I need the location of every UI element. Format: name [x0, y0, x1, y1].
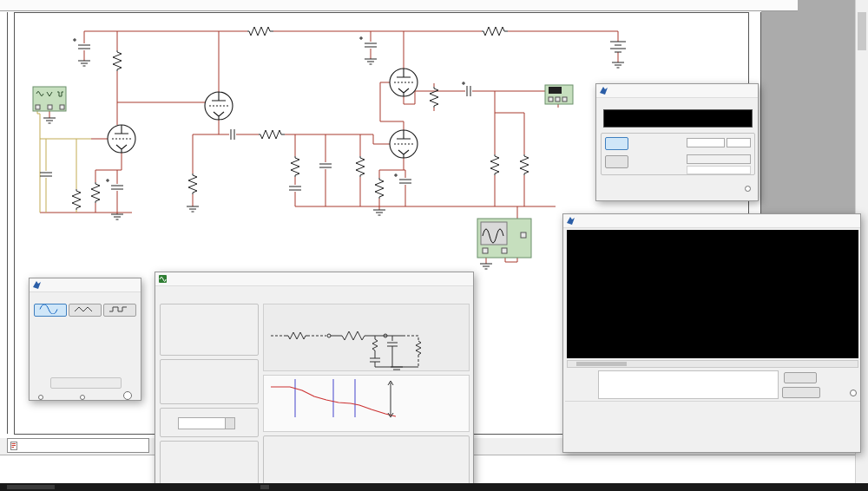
resistor-R7 — [247, 27, 273, 36]
riaa-titlebar[interactable] — [155, 272, 473, 286]
scroll-thumb[interactable] — [858, 12, 866, 50]
resistor-R2 — [482, 27, 508, 36]
resistor-R1 — [490, 154, 499, 175]
common-terminal[interactable] — [80, 395, 85, 400]
riaa-circuit-diagram — [263, 304, 470, 371]
minus-terminal[interactable] — [123, 391, 132, 400]
cursor-readout-panel — [598, 370, 779, 399]
ground-symbol — [78, 61, 90, 66]
riaa-calculator-window[interactable] — [155, 272, 474, 491]
resolution-dropdown[interactable] — [687, 154, 751, 164]
multisim-icon — [567, 217, 575, 225]
ground-symbol — [480, 264, 492, 269]
oscilloscope-window[interactable] — [562, 213, 861, 453]
triangle-wave-button[interactable] — [69, 304, 102, 317]
resistor-R12 — [430, 87, 438, 108]
tube-U4 — [108, 125, 135, 153]
scope-screen — [567, 230, 858, 358]
plus-terminal[interactable] — [38, 395, 43, 400]
resistor-LOAD — [520, 154, 529, 175]
chevron-down-icon[interactable] — [225, 418, 234, 429]
resistor-R13 — [356, 156, 365, 177]
edge-button[interactable] — [50, 377, 122, 389]
scroll-thumb[interactable] — [576, 362, 627, 366]
external-radio[interactable] — [850, 390, 857, 396]
ground-symbol — [373, 210, 385, 215]
oscilloscope-symbol[interactable] — [477, 219, 531, 258]
taskbar-segment — [7, 485, 55, 489]
taskbar-segment — [260, 485, 269, 489]
save-button[interactable] — [782, 387, 820, 398]
multisim-workspace: { "icons": {"close":"✕","minimize":"–","… — [0, 0, 868, 491]
triangle-icon — [74, 304, 96, 314]
thd-meter-window[interactable] — [595, 83, 759, 201]
resistor-value-combo[interactable] — [178, 417, 235, 429]
ground-symbol — [612, 62, 624, 68]
scope-hscrollbar[interactable] — [567, 360, 858, 368]
ground-symbol — [111, 214, 123, 219]
resistor-R6 — [259, 130, 285, 139]
resistor-R9 — [91, 182, 100, 203]
sine-icon — [39, 304, 62, 314]
distortion-analyzer-symbol[interactable] — [545, 85, 573, 104]
divider — [565, 401, 860, 402]
multisim-icon — [33, 281, 41, 289]
square-icon — [108, 304, 131, 314]
riaa-response-graph — [263, 375, 470, 432]
tube-U2 — [205, 92, 233, 120]
square-wave-button[interactable] — [103, 304, 136, 317]
resistor-R15 — [291, 156, 299, 177]
start-button[interactable] — [605, 137, 628, 150]
riaa-app-icon — [159, 275, 167, 283]
scope-titlebar[interactable] — [563, 214, 860, 228]
ground-symbol — [187, 206, 199, 212]
component-symbols — [40, 36, 626, 190]
ground-symbol — [365, 59, 377, 64]
multisim-icon — [600, 87, 608, 95]
resistor-R11 — [375, 178, 384, 199]
function-generator-window[interactable] — [29, 278, 141, 401]
tube-U3 — [390, 130, 418, 158]
taskbar-strip — [0, 483, 868, 491]
resistor-R10 — [113, 50, 122, 71]
resolution-value — [687, 166, 751, 174]
tube-U1 — [390, 69, 418, 96]
screen-color-button[interactable] — [784, 372, 817, 383]
wire-input-net — [37, 111, 91, 213]
fundamental-freq-field[interactable] — [687, 138, 725, 147]
thd-value-display — [603, 109, 753, 128]
resistor-R8 — [72, 189, 81, 210]
resistor-R3 — [188, 173, 197, 194]
thd-titlebar[interactable] — [596, 84, 758, 98]
freq-unit-field — [727, 138, 751, 147]
ground-symbol — [43, 118, 56, 123]
input-radio[interactable] — [745, 186, 751, 192]
stop-button[interactable] — [605, 155, 628, 168]
function-generator-symbol[interactable] — [33, 87, 66, 111]
fgen-titlebar[interactable] — [30, 278, 141, 292]
sine-wave-button[interactable] — [34, 304, 67, 317]
